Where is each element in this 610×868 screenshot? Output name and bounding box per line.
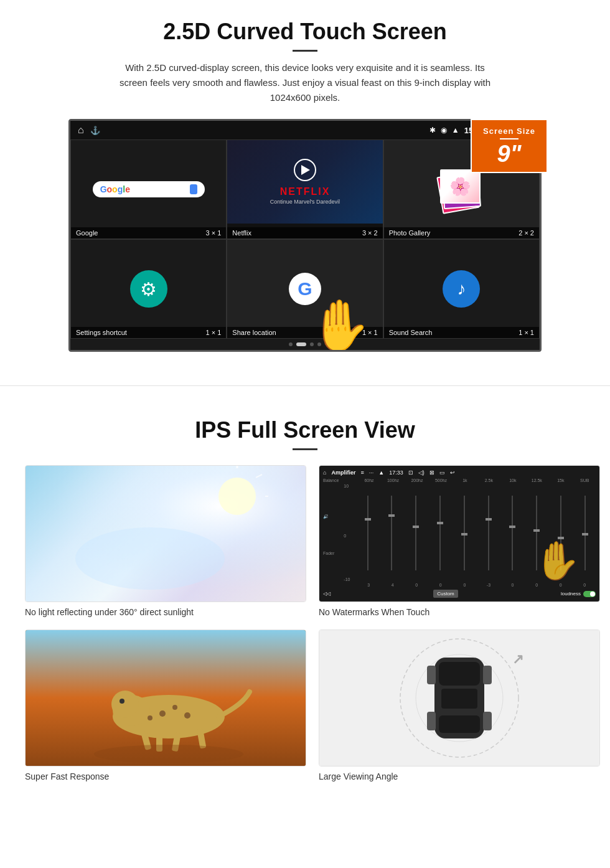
svg-point-5 bbox=[75, 527, 225, 590]
amp-custom-btn[interactable]: Custom bbox=[433, 590, 458, 598]
bluetooth-icon: ✱ bbox=[429, 126, 436, 134]
google-app-size: 3 × 1 bbox=[206, 229, 222, 237]
amp-dots-icon: ··· bbox=[369, 469, 374, 476]
dot-2-active bbox=[296, 342, 306, 346]
google-app-name: Google bbox=[76, 229, 98, 237]
badge-divider bbox=[500, 138, 518, 139]
svg-rect-24 bbox=[439, 662, 480, 686]
cheetah-image bbox=[25, 630, 306, 767]
share-location-content: G 🤚 bbox=[227, 240, 382, 338]
app-cell-google[interactable]: Google Google 3 × 1 bbox=[70, 139, 227, 239]
amp-footer: ◁◁ Custom loudness bbox=[323, 590, 596, 598]
section-ips: IPS Full Screen View bbox=[0, 405, 610, 800]
wifi-icon: ▲ bbox=[452, 126, 459, 134]
google-cell-label: Google 3 × 1 bbox=[71, 227, 226, 238]
play-button[interactable] bbox=[294, 159, 316, 181]
pagination-dots bbox=[70, 339, 540, 350]
cheetah-caption: Super Fast Response bbox=[25, 771, 306, 781]
car-svg: ↗ bbox=[319, 630, 599, 767]
hand-on-screen-icon: ✋ bbox=[534, 539, 581, 583]
badge-size: 9" bbox=[497, 141, 521, 167]
netflix-cell-label: Netflix 3 × 2 bbox=[227, 227, 382, 238]
svg-point-1 bbox=[218, 478, 256, 515]
svg-point-9 bbox=[159, 710, 166, 717]
amp-nav-icon: ◁◁ bbox=[323, 591, 331, 597]
amplifier-caption: No Watermarks When Touch bbox=[319, 607, 600, 617]
sunlight-image bbox=[25, 465, 306, 602]
google-search-bar[interactable]: Google bbox=[93, 181, 205, 197]
feature-car: ↗ Large Viewing Angle bbox=[319, 630, 600, 781]
sound-cell-label: Sound Search 1 × 1 bbox=[384, 327, 539, 338]
usb-icon: ⚓ bbox=[90, 126, 100, 135]
feature-sunlight: No light reflecting under 360° direct su… bbox=[25, 465, 306, 617]
page-divider bbox=[0, 385, 610, 386]
sunlight-caption: No light reflecting under 360° direct su… bbox=[25, 607, 306, 617]
gallery-cell-label: Photo Gallery 2 × 2 bbox=[384, 227, 539, 238]
svg-rect-26 bbox=[441, 689, 477, 709]
mic-icon bbox=[190, 184, 197, 194]
sound-app-name: Sound Search bbox=[389, 329, 433, 336]
amp-loudness-toggle[interactable]: loudness bbox=[561, 591, 596, 597]
settings-app-size: 1 × 1 bbox=[206, 329, 222, 336]
gallery-app-size: 2 × 2 bbox=[518, 229, 534, 237]
amp-bar-60hz bbox=[357, 496, 378, 570]
feature-amplifier: ⌂ Amplifier ≡ ··· ▲ 17:33 ⊡ ◁) ⊠ ▭ ↩ bbox=[319, 465, 600, 617]
section1-title: 2.5D Curved Touch Screen bbox=[37, 19, 573, 45]
cheetah-visual bbox=[26, 630, 306, 766]
music-icon: ♪ bbox=[443, 270, 480, 308]
svg-rect-28 bbox=[483, 666, 492, 684]
svg-rect-27 bbox=[427, 666, 436, 684]
amp-bar-200hz bbox=[405, 496, 427, 570]
svg-rect-29 bbox=[427, 712, 436, 730]
settings-app-name: Settings shortcut bbox=[76, 329, 127, 336]
play-triangle-icon bbox=[301, 165, 310, 175]
app-cell-sound[interactable]: ♪ Sound Search 1 × 1 bbox=[383, 239, 540, 339]
app-cell-share[interactable]: G 🤚 Share location 1 × 1 bbox=[227, 239, 383, 339]
settings-cell-label: Settings shortcut 1 × 1 bbox=[71, 327, 226, 338]
amp-bat-icon: ▭ bbox=[439, 469, 445, 476]
location-icon: ◉ bbox=[441, 126, 447, 134]
car-visual: ↗ bbox=[319, 630, 599, 766]
amp-vol-icon: ◁) bbox=[418, 469, 425, 476]
amp-eq-icon: ≡ bbox=[360, 469, 364, 476]
svg-rect-30 bbox=[483, 712, 492, 730]
netflix-logo: NETFLIX bbox=[280, 186, 331, 197]
amp-bar-500hz bbox=[429, 496, 451, 570]
amp-y-numbers: 10 0 -10 bbox=[344, 484, 355, 582]
amp-bar-100hz bbox=[381, 496, 403, 570]
section2-divider bbox=[293, 448, 317, 450]
toggle-thumb bbox=[590, 592, 595, 597]
section2-title: IPS Full Screen View bbox=[25, 417, 585, 443]
svg-point-11 bbox=[184, 712, 190, 719]
badge-label: Screen Size bbox=[483, 126, 535, 136]
amp-band-labels: 60hz 100hz 200hz 500hz 1k 2.5k 10k 12.5k… bbox=[344, 478, 596, 483]
svg-point-19 bbox=[94, 745, 243, 763]
amp-bar-1k bbox=[453, 496, 475, 570]
amp-time: 17:33 bbox=[389, 469, 403, 476]
sound-app-size: 1 × 1 bbox=[518, 329, 534, 336]
svg-point-14 bbox=[120, 699, 124, 704]
screen-size-badge: Screen Size 9" bbox=[471, 119, 548, 173]
screen-mockup-wrapper: Screen Size 9" ⌂ ⚓ ✱ ◉ ▲ 15:06 ⊡ ◁) ⊠ bbox=[68, 119, 542, 352]
amp-header: ⌂ Amplifier ≡ ··· ▲ 17:33 ⊡ ◁) ⊠ ▭ ↩ bbox=[323, 469, 596, 476]
sunlight-svg bbox=[26, 465, 306, 602]
netflix-app-name: Netflix bbox=[232, 229, 251, 237]
app-cell-netflix[interactable]: NETFLIX Continue Marvel's Daredevil Netf… bbox=[227, 139, 383, 239]
car-caption: Large Viewing Angle bbox=[319, 771, 600, 781]
amp-cam-icon: ⊡ bbox=[408, 469, 413, 476]
amp-bottom-values: 3 4 0 0 0 -3 0 0 0 0 bbox=[344, 583, 596, 587]
amplifier-image: ⌂ Amplifier ≡ ··· ▲ 17:33 ⊡ ◁) ⊠ ▭ ↩ bbox=[319, 465, 600, 602]
netflix-bg: NETFLIX Continue Marvel's Daredevil bbox=[227, 140, 382, 224]
amplifier-visual: ⌂ Amplifier ≡ ··· ▲ 17:33 ⊡ ◁) ⊠ ▭ ↩ bbox=[319, 466, 599, 601]
svg-point-12 bbox=[148, 715, 152, 720]
feature-cheetah: Super Fast Response bbox=[25, 630, 306, 781]
amp-back-icon: ↩ bbox=[450, 469, 455, 476]
hand-touch-icon: 🤚 bbox=[308, 301, 370, 351]
app-grid-row2: ⚙ Settings shortcut 1 × 1 G 🤚 bbox=[70, 239, 540, 339]
amp-bar-2-5k bbox=[477, 496, 499, 570]
status-left-icons: ⌂ ⚓ bbox=[78, 125, 100, 136]
svg-text:↗: ↗ bbox=[512, 651, 523, 667]
amp-wifi-icon: ▲ bbox=[378, 469, 384, 476]
app-cell-settings[interactable]: ⚙ Settings shortcut 1 × 1 bbox=[70, 239, 227, 339]
gallery-app-name: Photo Gallery bbox=[389, 229, 431, 237]
